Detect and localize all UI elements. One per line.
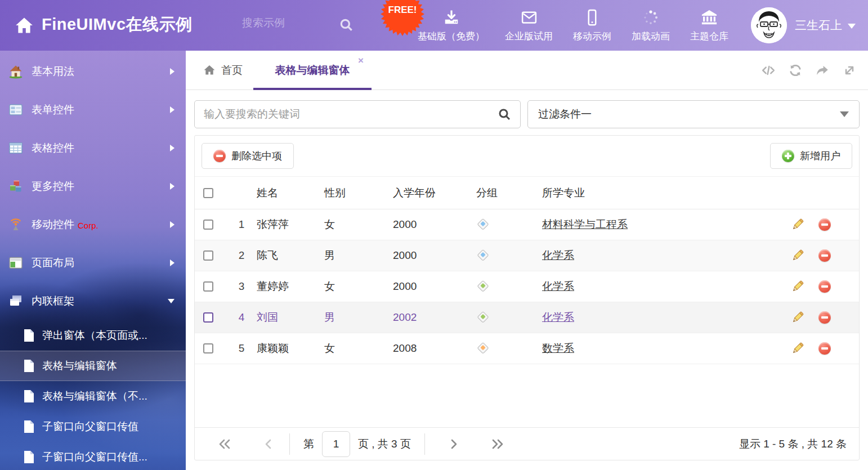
delete-row-icon[interactable] <box>818 342 831 355</box>
delete-selected-button[interactable]: 删除选中项 <box>202 143 294 169</box>
search-icon[interactable] <box>498 108 511 121</box>
file-icon <box>23 390 35 403</box>
record-summary: 显示 1 - 5 条 , 共 12 条 <box>739 437 847 451</box>
prev-page-icon[interactable] <box>261 438 276 450</box>
brand-title: FineUIMvc在线示例 <box>42 14 193 36</box>
brand-home-icon[interactable] <box>15 16 34 35</box>
header-nav-basic[interactable]: 基础版（免费） <box>408 8 495 43</box>
edit-row-icon[interactable] <box>790 310 805 325</box>
refresh-icon[interactable] <box>788 63 803 78</box>
table-body: 1张萍萍女2000材料科学与工程系2陈飞男2000化学系3董婷婷女2000化学系… <box>195 209 859 364</box>
tag-icon <box>476 217 490 233</box>
sidebar-subitem-child-to-parent[interactable]: 子窗口向父窗口传值 <box>0 411 186 442</box>
tag-icon <box>476 279 490 295</box>
sidebar-item-more-controls[interactable]: 更多控件 <box>0 167 186 205</box>
sidebar-item-label: 页面布局 <box>32 256 74 270</box>
major-link[interactable]: 化学系 <box>542 249 574 261</box>
cell-year: 2000 <box>393 218 476 231</box>
app-header: FineUIMvc在线示例 FREE! 基础版（免费）企业版试用移动示例加载动画… <box>0 0 868 51</box>
tab-active[interactable]: 表格与编辑窗体 × <box>253 51 372 90</box>
table-row[interactable]: 1张萍萍女2000材料科学与工程系 <box>195 209 859 240</box>
header-search-input[interactable] <box>242 17 326 29</box>
sidebar-subitem-grid-edit[interactable]: 表格与编辑窗体 <box>0 351 186 381</box>
cell-name: 康颖颖 <box>257 341 324 356</box>
major-link[interactable]: 材料科学与工程系 <box>542 218 628 230</box>
share-icon[interactable] <box>815 63 830 78</box>
row-checkbox[interactable] <box>203 343 213 353</box>
table-row[interactable]: 2陈飞男2000化学系 <box>195 240 859 271</box>
grid-toolbar: 删除选中项 新增用户 <box>195 136 859 177</box>
row-checkbox[interactable] <box>203 220 213 230</box>
sidebar-item-label: 基本用法 <box>32 64 74 79</box>
select-all-checkbox[interactable] <box>203 188 213 198</box>
app-window: FineUIMvc在线示例 FREE! 基础版（免费）企业版试用移动示例加载动画… <box>0 0 868 470</box>
page-prefix-label: 第 <box>303 437 314 451</box>
major-link[interactable]: 化学系 <box>542 280 574 292</box>
sidebar-subitem-popup-window[interactable]: 弹出窗体（本页面或... <box>0 320 186 351</box>
cell-year: 2008 <box>393 342 476 355</box>
tag-icon <box>476 341 490 357</box>
tab-home[interactable]: 首页 <box>203 51 243 90</box>
expand-icon[interactable] <box>842 63 857 78</box>
row-number: 4 <box>226 311 257 324</box>
delete-row-icon[interactable] <box>818 249 831 262</box>
header-nav-themes[interactable]: 主题仓库 <box>680 8 739 43</box>
edit-row-icon[interactable] <box>790 341 805 356</box>
sidebar-item-page-layout[interactable]: 页面布局 <box>0 244 186 282</box>
delete-row-icon[interactable] <box>818 280 831 293</box>
row-checkbox[interactable] <box>203 281 213 292</box>
grid-panel: 删除选中项 新增用户 姓名 性别 入学年份 <box>194 135 860 460</box>
sidebar-item-mobile-controls[interactable]: 移动控件Corp. <box>0 205 186 244</box>
cubes-icon <box>8 179 23 194</box>
add-user-button[interactable]: 新增用户 <box>770 143 852 169</box>
header-nav-mobile[interactable]: 移动示例 <box>563 8 621 43</box>
row-number: 5 <box>226 342 257 355</box>
cell-year: 2000 <box>393 249 476 262</box>
view-code-icon[interactable] <box>761 63 776 78</box>
header-search-icon[interactable] <box>339 17 354 32</box>
tab-active-indicator <box>253 88 372 90</box>
delete-row-icon[interactable] <box>818 218 831 231</box>
header-nav-label: 企业版试用 <box>505 30 553 43</box>
edit-row-icon[interactable] <box>790 248 805 263</box>
header-nav-loading[interactable]: 加载动画 <box>621 8 680 43</box>
page-content: 过滤条件一 删除选中项 新增用户 <box>186 90 868 470</box>
major-link[interactable]: 数学系 <box>542 342 574 354</box>
row-checkbox[interactable] <box>203 312 213 323</box>
envelope-icon <box>521 8 538 26</box>
edit-row-icon[interactable] <box>790 279 805 294</box>
cell-gender: 女 <box>324 341 393 356</box>
next-page-icon[interactable] <box>446 438 461 450</box>
page-number-input[interactable] <box>322 431 350 457</box>
last-page-icon[interactable] <box>490 438 505 450</box>
tab-close-icon[interactable]: × <box>358 56 364 65</box>
row-checkbox[interactable] <box>203 250 213 261</box>
sidebar-item-iframe[interactable]: 内联框架 <box>0 282 186 320</box>
user-menu[interactable]: 三生石上 <box>795 17 856 33</box>
sidebar-item-basic-usage[interactable]: 基本用法 <box>0 52 186 91</box>
tag-icon <box>476 310 490 326</box>
first-page-icon[interactable] <box>217 438 232 450</box>
header-nav-trial[interactable]: 企业版试用 <box>495 8 563 43</box>
row-number: 2 <box>226 249 257 262</box>
filter-dropdown[interactable]: 过滤条件一 <box>527 100 860 128</box>
delete-row-icon[interactable] <box>818 311 831 324</box>
sidebar-item-form-controls[interactable]: 表单控件 <box>0 91 186 129</box>
edit-row-icon[interactable] <box>790 217 805 232</box>
chevron-right-icon <box>170 259 175 266</box>
table-row[interactable]: 3董婷婷女2000化学系 <box>195 271 859 302</box>
table-row[interactable]: 5康颖颖女2008数学系 <box>195 333 859 364</box>
table-row[interactable]: 4刘国男2002化学系 <box>195 302 859 333</box>
bank-icon <box>701 8 718 26</box>
major-link[interactable]: 化学系 <box>542 311 574 323</box>
sidebar-subitem-grid-edit-no[interactable]: 表格与编辑窗体（不... <box>0 381 186 411</box>
keyword-search-input[interactable] <box>204 108 498 120</box>
sidebar-item-grid-controls[interactable]: 表格控件 <box>0 129 186 167</box>
keyword-search-box <box>194 100 521 128</box>
chevron-right-icon <box>170 221 175 228</box>
header-nav-label: 移动示例 <box>573 30 611 43</box>
filter-row: 过滤条件一 <box>194 100 860 128</box>
sidebar: 基本用法表单控件表格控件更多控件移动控件Corp.页面布局内联框架弹出窗体（本页… <box>0 51 186 470</box>
user-avatar[interactable] <box>751 7 787 43</box>
sidebar-subitem-child-to-parent2[interactable]: 子窗口向父窗口传值... <box>0 442 186 470</box>
